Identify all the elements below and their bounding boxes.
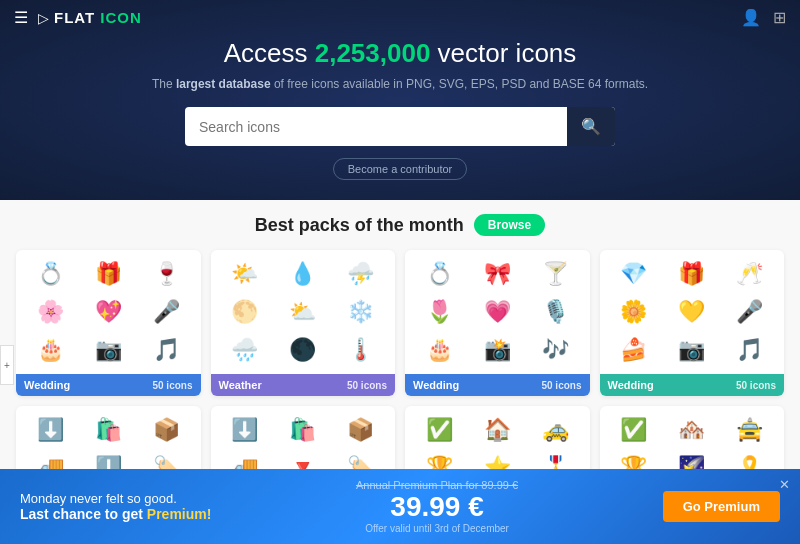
- contribute-label: Become a contributor: [348, 163, 453, 175]
- pack-icon: ⬇️: [22, 412, 78, 448]
- pack-icon: ⛅: [275, 294, 331, 330]
- pack-icon: 🎁: [80, 256, 136, 292]
- pack-icon: 🍸: [527, 256, 583, 292]
- pack-icon: 💛: [664, 294, 720, 330]
- pack-icon: ✅: [606, 412, 662, 448]
- pack-icon: 💖: [80, 294, 136, 330]
- pack-icon: 🏘️: [664, 412, 720, 448]
- navbar: ☰ ▷ FLATICON 👤 ⊞: [0, 0, 800, 35]
- search-button[interactable]: 🔍: [567, 107, 615, 146]
- pack-icon: 🎶: [527, 332, 583, 368]
- logo-flat-text: FLAT: [54, 9, 95, 26]
- pack-count: 50 icons: [541, 380, 581, 391]
- banner-center: Annual Premium Plan for 89.99 € 39.99 € …: [356, 479, 518, 534]
- navbar-left: ☰ ▷ FLATICON: [14, 8, 142, 27]
- pack-icon: 🛍️: [275, 412, 331, 448]
- pack-icon: 🌧️: [217, 332, 273, 368]
- pack-icon: 🌷: [411, 294, 467, 330]
- pack-icons-1: 💍 🎁 🍷 🌸 💖 🎤 🎂 📷 🎵: [16, 250, 201, 374]
- pack-count: 50 icons: [347, 380, 387, 391]
- pack-icons-4: 💎 🎁 🥂 🌼 💛 🎤 🍰 📷 🎵: [600, 250, 785, 374]
- pack-icon: 🍰: [606, 332, 662, 368]
- pack-icon: 🌑: [275, 332, 331, 368]
- hero-title-number: 2,253,000: [315, 38, 431, 68]
- grid-icon[interactable]: ⊞: [773, 8, 786, 27]
- pack-count: 50 icons: [152, 380, 192, 391]
- pack-icon: 📦: [138, 412, 194, 448]
- pack-label-3: Wedding 50 icons: [405, 374, 590, 396]
- browse-button[interactable]: Browse: [474, 214, 545, 236]
- logo-icon-text: ICON: [100, 9, 142, 26]
- pack-icon: 🎤: [138, 294, 194, 330]
- pack-name: Wedding: [413, 379, 459, 391]
- hamburger-icon[interactable]: ☰: [14, 8, 28, 27]
- pack-card-3[interactable]: 💍 🎀 🍸 🌷 💗 🎙️ 🎂 📸 🎶 Wedding 50 icons: [405, 250, 590, 396]
- pack-icon: 🎤: [722, 294, 778, 330]
- user-icon[interactable]: 👤: [741, 8, 761, 27]
- pack-label-2: Weather 50 icons: [211, 374, 396, 396]
- pack-icon: 🎙️: [527, 294, 583, 330]
- pack-icon: 🎀: [469, 256, 525, 292]
- pack-icon: 🎂: [411, 332, 467, 368]
- pack-icon: ✅: [411, 412, 467, 448]
- pack-icon: 📷: [664, 332, 720, 368]
- pack-card-1[interactable]: 💍 🎁 🍷 🌸 💖 🎤 🎂 📷 🎵 Wedding 50 icons: [16, 250, 201, 396]
- banner-line2: Last chance to get Premium!: [20, 506, 211, 522]
- pack-name: Weather: [219, 379, 262, 391]
- pack-icon: ❄️: [333, 294, 389, 330]
- hero-title-end: vector icons: [430, 38, 576, 68]
- banner-price: 39.99 €: [356, 491, 518, 523]
- hero-subtitle-post: of free icons available in PNG, SVG, EPS…: [271, 77, 649, 91]
- section-title: Best packs of the month: [255, 215, 464, 236]
- go-premium-button[interactable]: Go Premium: [663, 491, 780, 522]
- pack-name: Wedding: [24, 379, 70, 391]
- banner-line1: Monday never felt so good.: [20, 491, 211, 506]
- pack-icon: 🚖: [722, 412, 778, 448]
- pack-icon: ⛈️: [333, 256, 389, 292]
- pack-icon: 🎵: [722, 332, 778, 368]
- banner-line2-pre: Last chance to get: [20, 506, 147, 522]
- pack-icon: 🌡️: [333, 332, 389, 368]
- side-arrow[interactable]: +: [0, 345, 14, 385]
- pack-icon: 📸: [469, 332, 525, 368]
- pack-icon: 🚕: [527, 412, 583, 448]
- pack-icon: 📦: [333, 412, 389, 448]
- banner-note: Offer valid until 3rd of December: [356, 523, 518, 534]
- pack-icon: 🏠: [469, 412, 525, 448]
- pack-label-4: Wedding 50 icons: [600, 374, 785, 396]
- hero-title-static: Access: [224, 38, 315, 68]
- pack-icon: 🎂: [22, 332, 78, 368]
- pack-icon: 💎: [606, 256, 662, 292]
- pack-card-4[interactable]: 💎 🎁 🥂 🌼 💛 🎤 🍰 📷 🎵 Wedding 50 icons: [600, 250, 785, 396]
- pack-icon: 💍: [22, 256, 78, 292]
- contribute-link[interactable]: Become a contributor: [333, 158, 468, 180]
- pack-icon: 🎵: [138, 332, 194, 368]
- pack-name: Wedding: [608, 379, 654, 391]
- hero-subtitle-bold: largest database: [176, 77, 271, 91]
- logo[interactable]: ▷ FLATICON: [38, 9, 142, 26]
- pack-icon: 🥂: [722, 256, 778, 292]
- pack-icon: 📷: [80, 332, 136, 368]
- pack-label-1: Wedding 50 icons: [16, 374, 201, 396]
- search-input[interactable]: [185, 109, 567, 145]
- logo-triangle-icon: ▷: [38, 10, 49, 26]
- pack-icon: ⬇️: [217, 412, 273, 448]
- promo-banner: Monday never felt so good. Last chance t…: [0, 469, 800, 544]
- pack-icon: 🌕: [217, 294, 273, 330]
- pack-icon: 💗: [469, 294, 525, 330]
- pack-card-2[interactable]: 🌤️ 💧 ⛈️ 🌕 ⛅ ❄️ 🌧️ 🌑 🌡️ Weather 50 icons: [211, 250, 396, 396]
- pack-icon: 🎁: [664, 256, 720, 292]
- banner-original-price: Annual Premium Plan for 89.99 €: [356, 479, 518, 491]
- search-bar: 🔍: [185, 107, 615, 146]
- pack-icons-2: 🌤️ 💧 ⛈️ 🌕 ⛅ ❄️ 🌧️ 🌑 🌡️: [211, 250, 396, 374]
- pack-icon: 🍷: [138, 256, 194, 292]
- pack-icon: 💍: [411, 256, 467, 292]
- packs-grid: 💍 🎁 🍷 🌸 💖 🎤 🎂 📷 🎵 Wedding 50 icons 🌤️ 💧 …: [16, 250, 784, 396]
- hero-subtitle-pre: The: [152, 77, 176, 91]
- banner-close-icon[interactable]: ✕: [779, 477, 790, 492]
- banner-left: Monday never felt so good. Last chance t…: [20, 491, 211, 522]
- hero-section: ☰ ▷ FLATICON 👤 ⊞ Access 2,253,000 vector…: [0, 0, 800, 200]
- section-header: Best packs of the month Browse: [16, 214, 784, 236]
- banner-premium-accent: Premium!: [147, 506, 212, 522]
- hero-subtitle: The largest database of free icons avail…: [20, 77, 780, 91]
